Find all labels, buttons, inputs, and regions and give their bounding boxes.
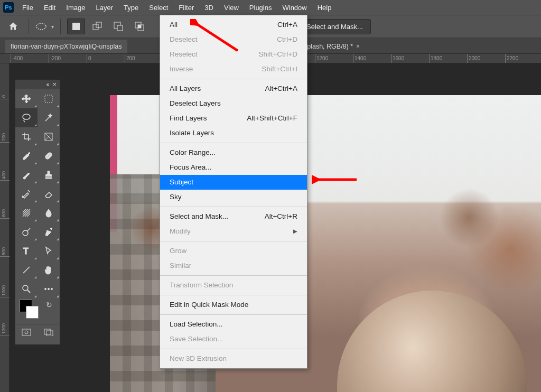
pen-tool[interactable] — [38, 222, 60, 241]
lasso-tool[interactable] — [15, 108, 38, 127]
path-select-tool[interactable] — [38, 241, 60, 260]
divider — [29, 18, 29, 34]
close-icon[interactable]: × — [356, 43, 360, 50]
eraser-tool[interactable] — [38, 184, 60, 203]
crop-tool[interactable] — [15, 127, 38, 146]
zoom-tool[interactable] — [15, 279, 38, 298]
move-tool[interactable] — [15, 89, 38, 108]
menu-item-focus-area[interactable]: Focus Area... — [160, 160, 307, 175]
select-and-mask-button[interactable]: Select and Mask... — [299, 19, 371, 34]
type-tool[interactable]: T — [15, 241, 38, 260]
menu-separator — [160, 314, 307, 315]
marquee-tool[interactable] — [38, 89, 60, 108]
menu-item-find-layers[interactable]: Find LayersAlt+Shift+Ctrl+F — [160, 111, 307, 126]
menu-item-edit-in-quick-mask-mode[interactable]: Edit in Quick Mask Mode — [160, 297, 307, 312]
history-brush-tool[interactable] — [15, 184, 38, 203]
selection-add-icon[interactable] — [88, 18, 106, 34]
menu-item-deselect-layers[interactable]: Deselect Layers — [160, 96, 307, 111]
selection-subtract-icon[interactable] — [109, 18, 127, 34]
selection-new-icon[interactable] — [67, 18, 85, 34]
ruler-tick: -200 — [49, 54, 61, 63]
menu-item-sky[interactable]: Sky — [160, 190, 307, 204]
close-icon[interactable]: × — [52, 80, 57, 88]
brush-tool[interactable] — [15, 165, 38, 184]
menu-help[interactable]: Help — [312, 2, 337, 14]
menu-item-label: Inverse — [170, 64, 193, 74]
background-color[interactable] — [26, 306, 39, 319]
menu-item-isolate-layers[interactable]: Isolate Layers — [160, 126, 307, 141]
svg-rect-9 — [45, 95, 52, 102]
menu-select[interactable]: Select — [144, 2, 173, 14]
selection-intersect-icon[interactable] — [130, 18, 148, 34]
menu-item-shortcut: Ctrl+A — [277, 20, 297, 30]
eyedropper-tool[interactable] — [15, 146, 38, 165]
ruler-tick: -400 — [11, 54, 23, 63]
menu-item-color-range[interactable]: Color Range... — [160, 145, 307, 160]
menu-3d[interactable]: 3D — [199, 2, 219, 14]
divider — [60, 18, 61, 34]
screen-mode-icon[interactable] — [38, 324, 60, 340]
annotation-arrow — [312, 174, 359, 185]
annotation-arrow — [190, 19, 243, 56]
menu-plugins[interactable]: Plugins — [244, 2, 277, 14]
menu-item-label: Subject — [170, 177, 193, 188]
dodge-tool[interactable] — [15, 222, 38, 241]
ruler-tick: 400 — [0, 171, 10, 181]
ruler-tick: 0 — [0, 95, 10, 99]
menu-item-label: Transform Selection — [170, 280, 233, 291]
menu-item-save-selection: Save Selection... — [160, 332, 307, 347]
line-tool[interactable] — [15, 260, 38, 279]
menu-item-label: Edit in Quick Mask Mode — [170, 300, 248, 310]
menu-item-label: Deselect Layers — [170, 98, 221, 109]
svg-rect-5 — [117, 25, 123, 31]
svg-rect-2 — [93, 24, 98, 30]
app-logo: Ps — [3, 2, 14, 13]
svg-line-19 — [27, 228, 30, 231]
menu-image[interactable]: Image — [61, 2, 90, 14]
ruler-tick: 1400 — [353, 54, 366, 63]
svg-rect-30 — [46, 331, 53, 336]
frame-tool[interactable] — [38, 127, 60, 146]
magic-wand-tool[interactable] — [38, 108, 60, 127]
tool-preset[interactable]: ▾ — [35, 22, 54, 31]
menu-file[interactable]: File — [17, 2, 39, 14]
document-tab[interactable]: florian-van-duyn-pXToxwjqIiQ-unsplas — [5, 40, 127, 53]
ruler-tick: 200 — [0, 133, 10, 143]
menu-view[interactable]: View — [219, 2, 244, 14]
menu-item-label: Isolate Layers — [170, 128, 214, 138]
panel-header: ‹‹ × — [15, 80, 60, 89]
svg-point-28 — [25, 331, 28, 334]
menu-separator — [160, 349, 307, 349]
more-tool[interactable] — [38, 279, 60, 298]
blur-tool[interactable] — [38, 203, 60, 222]
menu-item-label: Color Range... — [170, 147, 216, 158]
menu-item-transform-selection: Transform Selection — [160, 278, 307, 293]
menu-item-load-selection[interactable]: Load Selection... — [160, 317, 307, 332]
collapse-icon[interactable]: ‹‹ — [46, 81, 48, 88]
home-icon[interactable] — [4, 18, 22, 34]
menu-item-select-and-mask[interactable]: Select and Mask...Alt+Ctrl+R — [160, 209, 307, 224]
svg-rect-27 — [22, 329, 31, 335]
stamp-tool[interactable] — [38, 165, 60, 184]
menu-layer[interactable]: Layer — [91, 2, 119, 14]
submenu-arrow-icon: ▶ — [293, 226, 297, 237]
svg-rect-3 — [96, 22, 101, 27]
healing-tool[interactable] — [38, 146, 60, 165]
quick-mask-icon[interactable] — [15, 324, 38, 340]
menu-item-subject[interactable]: Subject — [160, 175, 307, 190]
menu-window[interactable]: Window — [277, 2, 312, 14]
menu-item-label: New 3D Extrusion — [170, 353, 227, 364]
swap-colors-icon[interactable]: ↻ — [46, 301, 52, 309]
menu-item-all-layers[interactable]: All LayersAlt+Ctrl+A — [160, 81, 307, 96]
gradient-tool[interactable] — [15, 203, 38, 222]
svg-point-0 — [36, 23, 46, 30]
logo-text: Ps — [5, 4, 12, 11]
menu-item-modify: Modify▶ — [160, 224, 307, 239]
menu-type[interactable]: Type — [118, 2, 144, 14]
menu-edit[interactable]: Edit — [39, 2, 61, 14]
hand-tool[interactable] — [38, 260, 60, 279]
menu-filter[interactable]: Filter — [173, 2, 199, 14]
menu-item-grow: Grow — [160, 244, 307, 258]
menu-item-shortcut: Alt+Ctrl+A — [265, 83, 297, 94]
color-swatches: ↻ — [15, 298, 60, 324]
